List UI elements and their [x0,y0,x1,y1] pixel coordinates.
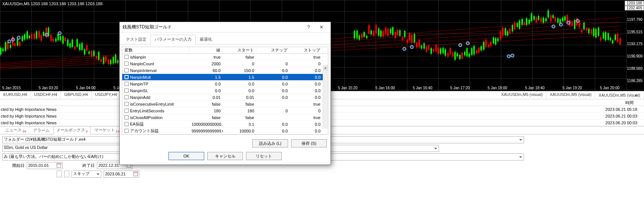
help-icon[interactable]: ? [302,23,315,31]
trade-marker [466,41,470,45]
param-checkbox[interactable] [124,68,129,72]
trade-marker [402,47,406,51]
trade-marker [7,40,11,43]
param-row[interactable]: NanpinTP0.00.00.00.0 [122,81,328,87]
param-checkbox[interactable] [124,95,129,99]
trade-marker [507,54,511,58]
ok-button[interactable]: OK [168,152,204,160]
symbol-tab[interactable]: USDCHF,H4 [31,91,61,99]
symbol-tab[interactable]: USDJPY,H4 [92,91,121,99]
trade-marker [511,54,514,57]
param-grid: 変数 値 スタート ステップ ストップ isNanpintruefalsetru… [122,47,328,135]
calendar-icon[interactable] [133,172,138,176]
time-column-header: 時間 [625,99,644,106]
param-checkbox[interactable] [124,82,129,86]
grid-scrollbar[interactable]: ▴ [323,65,328,129]
trade-marker [458,43,462,47]
symbol-tab[interactable]: XAUUSDm,M5 (visual) [546,91,595,99]
param-row[interactable]: NanpinSL0.00.00.00.0 [122,87,328,94]
param-row[interactable]: isCloseAllPositionfalsefalsetrue [122,114,328,121]
terminal-tab[interactable]: アラーム [30,127,53,134]
chart-title: XAUUSDm,M5 1203.188 1203.188 1203.188 12… [2,1,102,6]
param-checkbox[interactable] [124,122,129,126]
param-row[interactable]: isNanpintruefalsetrue [122,54,328,60]
price-scale: 1200.1301197.7901195.5151193.1751190.900… [622,0,644,84]
cancel-button[interactable]: キャンセル [207,152,243,160]
trade-marker [45,33,48,37]
close-icon[interactable]: ✕ [315,23,328,31]
dialog-tab-bar: テスト設定パラメーターの入力最適化 [120,32,331,44]
symbol-tab[interactable]: EURUSD,H4 [0,91,31,99]
terminal-tab[interactable]: メールボックス 9 [53,126,91,134]
param-checkbox[interactable] [124,75,129,79]
scroll-up-icon[interactable]: ▴ [323,65,328,71]
trade-marker [559,23,563,26]
param-checkbox[interactable] [124,129,129,133]
trade-marker [566,21,570,25]
calendar-icon[interactable] [57,163,61,168]
dialog-titlebar[interactable]: 銭風機STD短期ゴールド ? ✕ [120,22,331,32]
skip-date-input[interactable]: 2023.06.21 [104,171,139,178]
trade-marker [576,19,580,23]
trade-marker [11,38,15,41]
param-row[interactable]: NanpinInterval60.0150.00.00.0 [122,67,328,74]
trade-marker [58,31,61,35]
skip-select[interactable]: スキップ [72,171,101,178]
tab-overflow-icon[interactable]: ▾ [632,91,640,99]
inputs-dialog: 銭風機STD短期ゴールド ? ✕ テスト設定パラメーターの入力最適化 変数 値 … [119,22,331,165]
param-row[interactable]: EntryLimitSeconds18018000 [122,107,328,114]
start-date-label: 開始日 [2,163,25,168]
price-current-box: 1203.188 [625,1,644,6]
param-row[interactable]: NanpinCount2000000 [122,60,328,67]
param-checkbox[interactable] [124,102,129,106]
param-checkbox[interactable] [124,62,129,66]
grid-header: 変数 値 スタート ステップ ストップ [122,47,328,54]
param-row[interactable]: isConsecutiveEntryLimitfalsefalsetrue [122,101,328,107]
param-checkbox[interactable] [124,115,129,119]
trade-marker [410,45,414,49]
param-row[interactable]: NanpinMult1.51.50.00.0 [122,74,328,81]
dialog-tab[interactable]: パラメーターの入力 [151,35,196,44]
trade-marker [552,25,555,28]
end-date-label: 終了日 [65,163,95,168]
param-checkbox[interactable] [124,55,129,59]
trade-marker [17,36,20,40]
step-back-button[interactable] [57,171,62,177]
symbol-tab[interactable]: XAUUSDm,M5 (visual) [498,91,546,99]
param-row[interactable]: EA損益1000000000000...3.10.00.0 [122,121,328,128]
param-row[interactable]: アカウント損益9999999999999.010000.00.00.0 [122,128,328,134]
param-checkbox[interactable] [124,109,129,113]
param-checkbox[interactable] [124,88,129,93]
load-button[interactable]: 読み込み (L) [252,139,288,147]
save-button[interactable]: 保存 (S) [291,139,327,147]
reset-button[interactable]: リセット [246,152,282,160]
dialog-tab[interactable]: テスト設定 [122,35,151,44]
step-fwd-button[interactable] [64,171,69,177]
dialog-tab[interactable]: 最適化 [196,35,216,44]
price-secondary-box: 1202.405 [625,6,644,10]
param-row[interactable]: NanpinAdd0.010.010.00.0 [122,94,328,101]
start-date-input[interactable]: 2015.01.01 [27,162,63,169]
terminal-tab[interactable]: ニュース 94 [2,126,29,134]
dialog-title: 銭風機STD短期ゴールド [123,24,302,30]
symbol-tab[interactable]: GBPUSD,H4 [61,91,92,99]
